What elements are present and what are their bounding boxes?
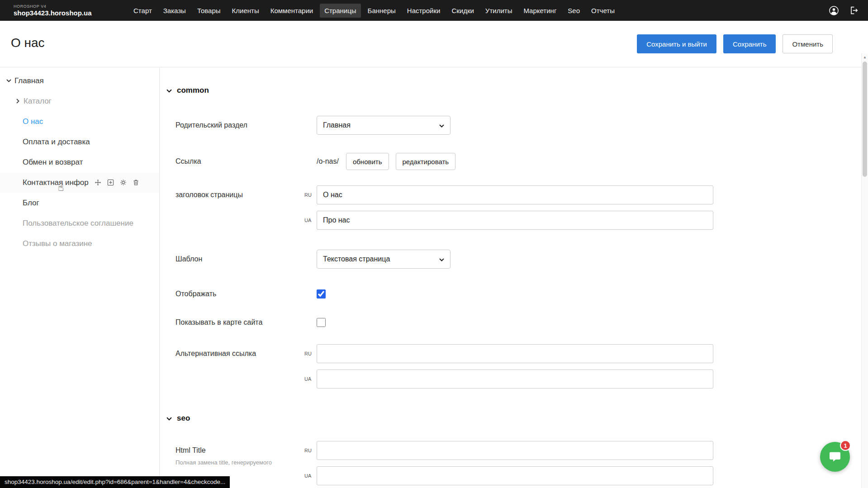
field-label: Отображать: [175, 289, 317, 298]
nav-start[interactable]: Старт: [129, 4, 157, 18]
tree-item-katalog[interactable]: Каталог: [0, 91, 159, 111]
topbar: HOROSHOP V4 shop34423.horoshop.ua Старт …: [0, 0, 868, 21]
tree-item-otzyvy-o-magazine[interactable]: Отзывы о магазине: [0, 233, 159, 254]
section-common[interactable]: common: [166, 86, 868, 95]
lang-ru-badge: RU: [304, 185, 314, 204]
page-edit-form: common Родительский раздел Главная Ссылк…: [160, 68, 868, 488]
scroll-up-arrow[interactable]: ▲: [862, 53, 868, 61]
lang-ua-badge: UA: [304, 211, 314, 230]
nav-orders[interactable]: Заказы: [159, 4, 190, 18]
section-title: common: [177, 86, 209, 95]
link-path-value: /o-nas/: [317, 157, 339, 166]
field-label: Показывать в карте сайта: [175, 318, 317, 327]
tree-item-polzovatelskoe-soglashenie[interactable]: Пользовательское соглашение: [0, 213, 159, 233]
nav-pages[interactable]: Страницы: [320, 4, 360, 18]
logout-icon[interactable]: [848, 5, 859, 16]
nav-products[interactable]: Товары: [193, 4, 225, 18]
nav-discounts[interactable]: Скидки: [447, 4, 478, 18]
main-area: Главная Каталог О нас Оплата и доставка …: [0, 68, 868, 488]
tree-item-label: Отзывы о магазине: [23, 239, 92, 248]
field-template: Шаблон Текстовая страница: [166, 250, 868, 269]
brand-domain: shop34423.horoshop.ua: [14, 9, 129, 17]
chevron-down-icon: [166, 86, 172, 95]
move-icon[interactable]: [94, 179, 102, 187]
refresh-link-button[interactable]: обновить: [346, 153, 389, 170]
tree-item-label: Обмен и возврат: [23, 158, 83, 167]
field-label-text: Html Title: [175, 446, 317, 455]
chevron-down-icon: [439, 255, 444, 263]
field-label: Родительский раздел: [175, 116, 317, 135]
html-title-ru-input[interactable]: [317, 441, 713, 460]
field-html-title: Html Title Полная замена title, генериру…: [166, 441, 868, 485]
scrollbar[interactable]: ▲: [861, 53, 868, 488]
tree-item-label: Главная: [14, 76, 44, 85]
brand-version: HOROSHOP V4: [14, 4, 129, 9]
brand[interactable]: HOROSHOP V4 shop34423.horoshop.ua: [14, 4, 129, 17]
select-value: Главная: [323, 121, 351, 129]
field-label: Шаблон: [175, 250, 317, 269]
chevron-down-icon[interactable]: [5, 79, 13, 82]
alt-link-ua-input[interactable]: [317, 370, 713, 389]
field-page-title: заголовок страницы RU UA: [166, 185, 868, 230]
alt-link-ru-input[interactable]: [317, 344, 713, 363]
field-label: заголовок страницы: [175, 185, 317, 204]
cancel-button[interactable]: Отменить: [783, 34, 833, 53]
page-title-ua-input[interactable]: [317, 211, 713, 230]
field-parent-section: Родительский раздел Главная: [166, 116, 868, 135]
chat-unread-badge: 1: [840, 440, 851, 451]
chat-widget-button[interactable]: 1: [820, 442, 850, 472]
html-title-ua-input[interactable]: [317, 466, 713, 485]
parent-section-select[interactable]: Главная: [317, 116, 451, 135]
tree-item-glavnaya[interactable]: Главная: [0, 71, 159, 91]
topbar-actions: [828, 5, 859, 16]
tree-item-label: Оплата и доставка: [23, 137, 90, 147]
display-checkbox[interactable]: [317, 289, 326, 298]
save-and-exit-button[interactable]: Сохранить и выйти: [637, 34, 716, 53]
chevron-down-icon: [166, 414, 172, 422]
nav-clients[interactable]: Клиенты: [228, 4, 264, 18]
nav-marketing[interactable]: Маркетинг: [519, 4, 561, 18]
tree-item-kontaktnaya-infor[interactable]: Контактная инфор: [0, 172, 159, 193]
nav-settings[interactable]: Настройки: [403, 4, 445, 18]
delete-trash-icon[interactable]: [132, 179, 140, 187]
nav-utilities[interactable]: Утилиты: [481, 4, 517, 18]
settings-gear-icon[interactable]: [119, 179, 128, 187]
field-alt-link: Альтернативная ссылка RU UA: [166, 344, 868, 389]
section-title: seo: [177, 414, 190, 423]
sitemap-checkbox[interactable]: [317, 318, 326, 327]
nav-seo[interactable]: Seo: [563, 4, 584, 18]
field-link: Ссылка /o-nas/ обновить редактировать: [166, 153, 868, 170]
header-buttons: Сохранить и выйти Сохранить Отменить: [637, 34, 833, 53]
tree-item-label: Каталог: [24, 97, 52, 106]
tree-item-o-nas[interactable]: О нас: [0, 111, 159, 132]
tree-item-blog[interactable]: Блог: [0, 193, 159, 213]
tree-item-oplata-i-dostavka[interactable]: Оплата и доставка: [0, 132, 159, 152]
section-seo[interactable]: seo: [166, 414, 868, 423]
save-button[interactable]: Сохранить: [723, 34, 776, 53]
field-label: Ссылка: [175, 157, 317, 166]
top-nav: Старт Заказы Товары Клиенты Комментарии …: [129, 4, 619, 18]
add-page-icon[interactable]: [107, 179, 115, 187]
nav-banners[interactable]: Баннеры: [363, 4, 400, 18]
field-label: Альтернативная ссылка: [175, 344, 317, 363]
select-value: Текстовая страница: [323, 255, 390, 263]
chevron-right-icon[interactable]: [14, 99, 22, 104]
lang-ru-badge: RU: [304, 344, 314, 363]
tree-item-label: О нас: [23, 117, 43, 126]
page-title-ru-input[interactable]: [317, 185, 713, 204]
chat-bubble-icon: [828, 450, 842, 464]
status-url-bar: shop34423.horoshop.ua/edit/edit.php?id=6…: [0, 476, 230, 488]
tree-item-label: Блог: [23, 199, 39, 208]
tree-item-obmen-i-vozvrat[interactable]: Обмен и возврат: [0, 152, 159, 172]
field-sitemap: Показывать в карте сайта: [166, 318, 868, 327]
tree-item-actions: [94, 179, 140, 187]
status-url-text: shop34423.horoshop.ua/edit/edit.php?id=6…: [5, 479, 225, 485]
account-icon[interactable]: [828, 5, 839, 16]
lang-ua-badge: UA: [304, 466, 314, 485]
template-select[interactable]: Текстовая страница: [317, 250, 451, 269]
nav-comments[interactable]: Комментарии: [266, 4, 318, 18]
nav-reports[interactable]: Отчеты: [587, 4, 619, 18]
scroll-thumb[interactable]: [863, 62, 867, 177]
tree-item-label: Контактная инфор: [23, 178, 89, 187]
edit-link-button[interactable]: редактировать: [396, 153, 456, 170]
